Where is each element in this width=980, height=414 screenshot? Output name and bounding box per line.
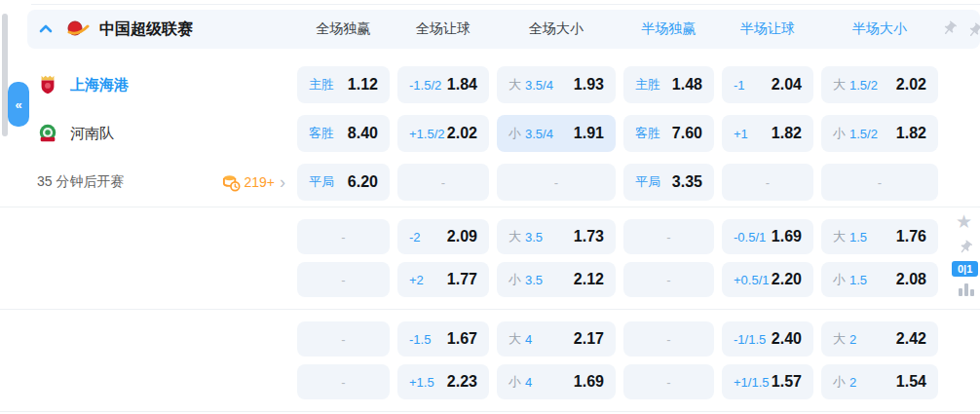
collapse-chevron-up-icon[interactable]: [37, 20, 55, 38]
pin-icon[interactable]: [966, 22, 980, 39]
away-team-row[interactable]: 河南队: [27, 109, 289, 158]
odds-label: +1.5/2: [409, 127, 445, 141]
no-odds-dash: -: [666, 332, 670, 347]
odds-cell[interactable]: 平局6.20: [297, 164, 390, 201]
score-badge[interactable]: 0|1: [952, 261, 978, 277]
over-under-side: 大: [509, 228, 521, 245]
odds-cell[interactable]: 小1.5/21.82: [821, 115, 938, 152]
favorite-star-icon[interactable]: ★: [956, 212, 972, 231]
over-under-label: 大2: [833, 330, 856, 348]
league-logo-icon: [66, 19, 90, 39]
odds-cell[interactable]: -0.5/11.69: [722, 219, 813, 254]
no-odds-dash: -: [341, 230, 345, 245]
over-under-line: 2: [849, 375, 856, 390]
odds-cell[interactable]: +1.5/22.02: [397, 115, 489, 152]
column-header-full-handicap[interactable]: 全场让球: [397, 20, 489, 38]
odds-cell[interactable]: 小1.52.08: [821, 262, 938, 297]
over-under-line: 1.5: [849, 273, 867, 287]
over-under-line: 2: [849, 332, 856, 347]
home-team-name: 上海海港: [70, 76, 129, 94]
over-under-label: 大1.5: [833, 228, 867, 245]
odds-cell[interactable]: 大3.5/41.93: [497, 66, 616, 103]
odds-label: +2: [409, 273, 424, 287]
odds-value: 2.02: [896, 76, 926, 94]
odds-cell[interactable]: 大22.42: [821, 321, 938, 357]
column-header-half-over-under[interactable]: 半场大小: [821, 20, 938, 38]
odds-label: 平局: [635, 173, 660, 191]
odds-label: -1.5: [409, 332, 431, 347]
column-header-full-over-under[interactable]: 全场大小: [497, 20, 616, 38]
odds-cell[interactable]: 平局3.35: [623, 164, 714, 201]
empty-odds-cell: -: [623, 262, 714, 297]
odds-cell[interactable]: 大3.51.73: [497, 219, 616, 254]
odds-cell[interactable]: 客胜7.60: [623, 115, 714, 152]
more-markets-link[interactable]: 219+ ›: [222, 173, 285, 192]
odds-cell[interactable]: +0.5/12.20: [722, 262, 813, 297]
odds-value: 1.76: [896, 228, 926, 245]
odds-cell[interactable]: 大1.5/22.02: [821, 66, 938, 103]
odds-label: -2: [409, 230, 421, 245]
over-under-line: 3.5: [525, 230, 543, 245]
odds-cell[interactable]: 主胜1.12: [297, 66, 390, 103]
odds-cell[interactable]: 主胜1.48: [623, 66, 714, 103]
odds-row: -+21.77小3.52.12-+0.5/12.20小1.52.08: [0, 258, 980, 301]
odds-cell[interactable]: -1.5/21.84: [397, 66, 489, 103]
odds-value: 1.54: [896, 373, 926, 391]
odds-value: 1.93: [574, 76, 604, 94]
empty-odds-cell: -: [722, 164, 813, 201]
over-under-label: 大3.5/4: [509, 76, 553, 94]
home-team-row[interactable]: 上海海港: [27, 60, 289, 109]
no-odds-dash: -: [878, 175, 882, 190]
no-odds-dash: -: [666, 230, 670, 245]
odds-value: 1.77: [447, 271, 477, 288]
over-under-label: 小4: [509, 373, 532, 391]
column-header-half-win[interactable]: 半场独赢: [623, 20, 714, 38]
over-under-side: 小: [833, 125, 846, 142]
chart-bar: [970, 289, 974, 296]
odds-cell[interactable]: +1.52.23: [397, 364, 489, 399]
odds-value: 2.42: [896, 330, 926, 348]
empty-odds-cell: -: [397, 164, 489, 201]
odds-cell[interactable]: -22.09: [397, 219, 489, 254]
pin-icon[interactable]: [941, 20, 958, 37]
odds-value: 1.69: [574, 373, 604, 391]
odds-cell[interactable]: 小3.52.12: [497, 262, 616, 297]
odds-value: 8.40: [348, 125, 378, 142]
column-header-half-handicap[interactable]: 半场让球: [722, 20, 813, 38]
chart-bar: [964, 283, 968, 296]
stats-chart-icon[interactable]: [959, 283, 974, 296]
empty-odds-cell: -: [821, 164, 938, 201]
pin-icon[interactable]: [958, 240, 973, 255]
odds-cell[interactable]: -1/1.52.40: [722, 321, 813, 357]
odds-cell[interactable]: 小21.54: [821, 364, 938, 399]
over-under-side: 大: [833, 228, 846, 245]
column-header-full-win[interactable]: 全场独赢: [297, 20, 390, 38]
odds-cell[interactable]: 大1.51.76: [821, 219, 938, 254]
odds-label: +1.5: [409, 375, 434, 390]
odds-value: 2.17: [574, 330, 604, 348]
empty-name-cell: [27, 360, 289, 403]
collapse-panel-tab[interactable]: «: [8, 82, 29, 127]
no-odds-dash: -: [666, 375, 670, 390]
odds-value: 1.82: [896, 125, 926, 142]
markets-count: 219+: [244, 174, 275, 190]
empty-name-cell: [27, 215, 289, 258]
odds-cell[interactable]: +21.77: [397, 262, 489, 297]
odds-cell[interactable]: 客胜8.40: [297, 115, 390, 152]
odds-label: -0.5/1: [734, 230, 766, 245]
over-under-label: 小3.5: [509, 271, 543, 288]
odds-cell[interactable]: -12.04: [722, 66, 813, 103]
odds-value: 7.60: [672, 125, 702, 142]
odds-cell[interactable]: -1.51.67: [397, 321, 489, 357]
odds-cell[interactable]: +11.82: [722, 115, 813, 152]
odds-cell[interactable]: +1/1.51.57: [722, 364, 813, 399]
odds-board: 中国超级联赛 全场独赢 全场让球 全场大小 半场独赢 半场让球 半场大小: [0, 0, 980, 414]
odds-cell[interactable]: 大42.17: [497, 321, 616, 357]
odds-value: 2.23: [447, 373, 477, 391]
secondary-odds-section: --22.09大3.51.73--0.5/11.69大1.51.76 -+21.…: [0, 207, 980, 309]
odds-cell[interactable]: 小3.5/41.91: [497, 115, 616, 152]
odds-label: +1: [734, 127, 748, 141]
odds-cell[interactable]: 小41.69: [497, 364, 616, 399]
odds-row: 35 分钟后开赛 219+ › 平局6.20--平局3.35--: [0, 158, 980, 207]
over-under-label: 小1.5/2: [833, 125, 878, 142]
